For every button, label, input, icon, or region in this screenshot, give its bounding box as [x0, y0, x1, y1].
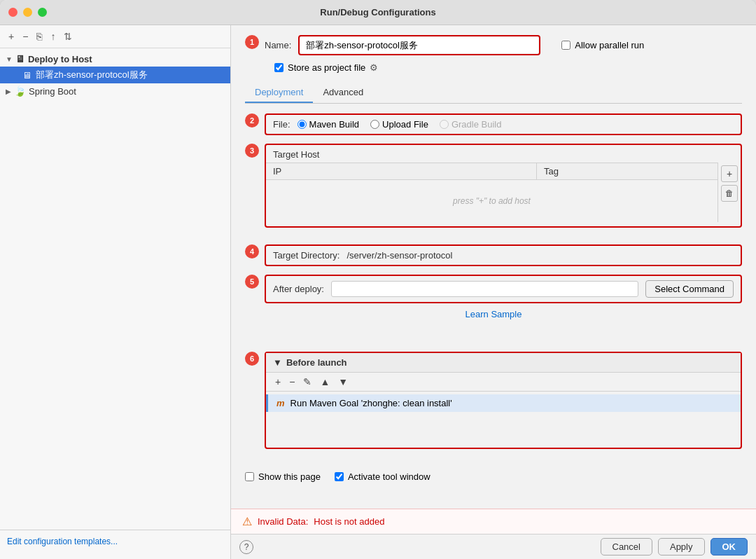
main-content: + − ⎘ ↑ ⇅ ▼ 🖥 Deploy to Host 🖥 部署zh-sens… — [0, 25, 756, 559]
minimize-button[interactable] — [23, 8, 32, 17]
bottom-bar: ? Cancel Apply OK — [231, 534, 756, 559]
bl-edit-button[interactable]: ✎ — [301, 375, 314, 388]
step1-content: Name: Allow parallel run Store as projec… — [265, 35, 742, 73]
ok-button[interactable]: OK — [710, 538, 748, 555]
step2-row: 2 File: Maven Build Up — [245, 113, 742, 135]
step5-content: After deploy: Select Command — [265, 275, 742, 303]
store-project-checkbox[interactable] — [274, 63, 284, 72]
warning-icon: ⚠ — [242, 515, 252, 528]
file-label: File: — [273, 119, 290, 130]
title-bar: Run/Debug Configurations — [0, 0, 756, 25]
upload-file-label: Upload File — [382, 119, 428, 130]
sidebar-group-deploy-to-host[interactable]: ▼ 🖥 Deploy to Host — [0, 51, 230, 67]
help-button[interactable]: ? — [239, 540, 253, 554]
parallel-run-checkbox[interactable] — [561, 41, 570, 50]
activate-window-checkbox[interactable] — [335, 472, 344, 481]
target-dir-row: Target Directory: — [265, 244, 742, 266]
apply-button[interactable]: Apply — [658, 538, 705, 555]
learn-sample-section: Learn Sample — [245, 309, 742, 319]
bl-up-button[interactable]: ▲ — [318, 375, 332, 388]
step3-row: 3 Target Host IP Tag — [245, 144, 742, 236]
parallel-run-label: Allow parallel run — [575, 40, 644, 50]
sort-config-button[interactable]: ⇅ — [61, 29, 75, 43]
col-tag-header: Tag — [537, 163, 718, 179]
step1-marker: 1 — [245, 35, 259, 49]
triangle-icon: ▼ — [6, 55, 13, 63]
spring-triangle-icon: ▶ — [6, 88, 11, 95]
host-side-buttons: + 🗑 — [718, 163, 741, 222]
before-launch-label: Before launch — [286, 357, 347, 368]
maven-icon: m — [276, 398, 285, 408]
target-dir-label: Target Directory: — [273, 250, 340, 261]
select-command-button[interactable]: Select Command — [645, 280, 734, 298]
sidebar-toolbar: + − ⎘ ↑ ⇅ — [0, 25, 230, 48]
cancel-button[interactable]: Cancel — [601, 538, 652, 555]
step4-row: 4 Target Directory: — [245, 244, 742, 266]
before-launch-header: ▼ Before launch — [266, 353, 741, 373]
tabs-row: Deployment Advanced — [245, 83, 742, 104]
add-host-button[interactable]: + — [721, 165, 738, 182]
step4-content: Target Directory: — [265, 244, 742, 266]
parallel-run-option: Allow parallel run — [561, 40, 644, 50]
edit-templates-link[interactable]: Edit configuration templates... — [7, 537, 118, 546]
invalid-data-message: Host is not added — [314, 516, 384, 527]
after-deploy-label: After deploy: — [273, 284, 324, 294]
after-deploy-row: After deploy: Select Command — [265, 275, 742, 303]
step3-content: Target Host IP Tag press "+" to add host — [265, 144, 742, 236]
after-deploy-input[interactable] — [331, 281, 638, 297]
tab-advanced[interactable]: Advanced — [313, 83, 373, 103]
sidebar-group-spring-boot[interactable]: ▶ 🍃 Spring Boot — [0, 83, 230, 99]
show-page-option[interactable]: Show this page — [245, 471, 321, 482]
target-dir-input[interactable] — [346, 250, 734, 261]
maximize-button[interactable] — [38, 8, 47, 17]
col-ip-header: IP — [266, 163, 537, 179]
name-label: Name: — [265, 40, 291, 50]
store-project-option: Store as project file ⚙ — [274, 62, 378, 73]
before-launch-item[interactable]: m Run Maven Goal 'zhonghe: clean install… — [266, 394, 741, 412]
gear-icon[interactable]: ⚙ — [370, 62, 378, 73]
triangle-collapse-icon: ▼ — [273, 357, 282, 368]
invalid-data-bar: ⚠ Invalid Data: Host is not added — [231, 509, 756, 534]
before-launch-section: ▼ Before launch + − ✎ ▲ ▼ — [265, 352, 742, 449]
before-launch-toolbar: + − ✎ ▲ ▼ — [266, 373, 741, 392]
window-title: Run/Debug Configurations — [320, 7, 435, 18]
maven-build-radio[interactable] — [298, 120, 307, 129]
sidebar: + − ⎘ ↑ ⇅ ▼ 🖥 Deploy to Host 🖥 部署zh-sens… — [0, 25, 231, 559]
bl-remove-button[interactable]: − — [287, 375, 297, 388]
sidebar-springboot-label: Spring Boot — [29, 86, 76, 97]
host-columns: IP Tag press "+" to add host — [266, 163, 718, 222]
gradle-build-option: Gradle Build — [440, 119, 502, 130]
file-row: File: Maven Build Upload File — [265, 113, 742, 135]
close-button[interactable] — [8, 8, 18, 17]
sidebar-group-label: Deploy to Host — [28, 54, 92, 64]
upload-file-radio[interactable] — [370, 120, 379, 129]
show-page-label: Show this page — [258, 471, 321, 482]
step4-marker: 4 — [245, 244, 259, 258]
add-config-button[interactable]: + — [6, 29, 17, 43]
sidebar-item-deploy-service[interactable]: 🖥 部署zh-sensor-protocol服务 — [0, 67, 230, 83]
maven-build-option[interactable]: Maven Build — [298, 119, 360, 130]
show-page-checkbox[interactable] — [245, 472, 254, 481]
step5-marker: 5 — [245, 275, 259, 289]
bl-add-button[interactable]: + — [273, 375, 283, 388]
sidebar-tree: ▼ 🖥 Deploy to Host 🖥 部署zh-sensor-protoco… — [0, 48, 230, 530]
bl-down-button[interactable]: ▼ — [336, 375, 350, 388]
copy-config-button[interactable]: ⎘ — [34, 29, 45, 43]
sidebar-item-label: 部署zh-sensor-protocol服务 — [36, 69, 148, 81]
host-table-header: IP Tag — [266, 163, 718, 180]
name-input[interactable] — [300, 37, 538, 53]
invalid-data-label: Invalid Data: — [258, 516, 308, 527]
remove-host-button[interactable]: 🗑 — [721, 185, 738, 202]
upload-file-option[interactable]: Upload File — [370, 119, 428, 130]
store-project-label: Store as project file — [288, 62, 365, 73]
file-type-radio-group: Maven Build Upload File Gradle Build — [298, 119, 502, 130]
sidebar-footer: Edit configuration templates... — [0, 530, 230, 552]
activate-window-option[interactable]: Activate tool window — [335, 471, 430, 482]
learn-sample-link[interactable]: Learn Sample — [245, 309, 742, 319]
remove-config-button[interactable]: − — [20, 29, 31, 43]
move-config-button[interactable]: ↑ — [48, 29, 58, 43]
tab-deployment[interactable]: Deployment — [245, 83, 313, 103]
name-input-wrap — [298, 35, 540, 55]
before-launch-items: m Run Maven Goal 'zhonghe: clean install… — [266, 392, 741, 448]
spring-group-icon: 🍃 — [14, 85, 26, 97]
